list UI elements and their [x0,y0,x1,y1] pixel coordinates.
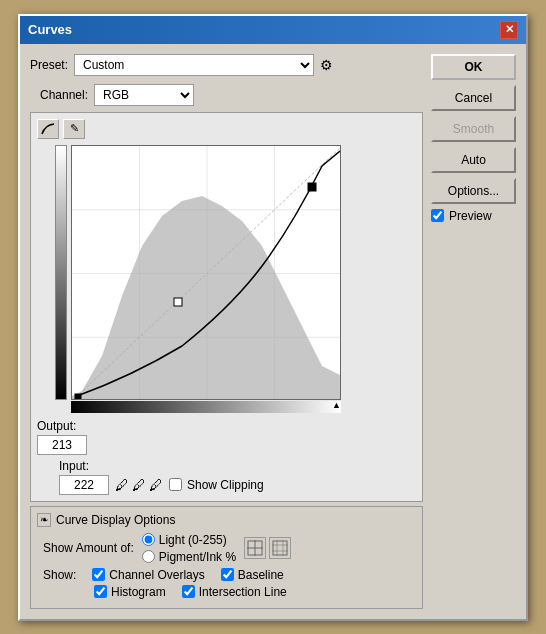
channel-label: Channel: [40,88,88,102]
white-point-eyedropper[interactable]: 🖊 [149,477,163,493]
black-point-eyedropper[interactable]: 🖊 [115,477,129,493]
curve-display-options: ❧ Curve Display Options Show Amount of: … [30,506,423,609]
grid-10x10-icon[interactable] [269,537,291,559]
gray-point-eyedropper[interactable]: 🖊 [132,477,146,493]
ok-button[interactable]: OK [431,54,516,80]
show-row-2: Histogram Intersection Line [43,585,416,599]
grid-svg [72,146,341,400]
curve-display-label: Curve Display Options [56,513,175,527]
baseline-label: Baseline [221,568,284,582]
show-clipping-label: Show Clipping [187,478,264,492]
histogram-label: Histogram [94,585,166,599]
preview-row: Preview [431,209,516,223]
options-button[interactable]: Options... [431,178,516,204]
output-value-input[interactable] [37,435,87,455]
show-clipping-row: Show Clipping [169,478,264,492]
histogram-checkbox[interactable] [94,585,107,598]
auto-button[interactable]: Auto [431,147,516,173]
light-radio[interactable] [142,533,155,546]
preset-label: Preset: [30,58,68,72]
right-panel: OK Cancel Smooth Auto Options... Preview [431,54,516,609]
cancel-button[interactable]: Cancel [431,85,516,111]
preset-select[interactable]: Custom Default Linear Contrast Medium Co… [74,54,314,76]
curves-dialog: Curves ✕ Preset: Custom Default Linear C… [18,14,528,621]
input-value-input[interactable] [59,475,109,495]
output-section: Output: [37,419,416,455]
radio-group: Light (0-255) Pigment/Ink % [142,533,236,564]
svg-rect-8 [308,183,316,191]
section-header: ❧ Curve Display Options [37,513,416,527]
intersection-line-text: Intersection Line [199,585,287,599]
channel-select[interactable]: RGB Red Green Blue [94,84,194,106]
baseline-checkbox[interactable] [221,568,234,581]
show-clipping-checkbox[interactable] [169,478,182,491]
channel-overlays-text: Channel Overlays [109,568,204,582]
pigment-radio[interactable] [142,550,155,563]
pencil-tool-button[interactable]: ✎ [63,119,85,139]
baseline-text: Baseline [238,568,284,582]
input-section: Input: 🖊 🖊 🖊 Show Clipping [59,459,416,495]
pigment-label: Pigment/Ink % [159,550,236,564]
channel-row: Channel: RGB Red Green Blue [40,84,423,106]
titlebar: Curves ✕ [20,16,526,44]
curve-tool-button[interactable] [37,119,59,139]
svg-rect-17 [273,541,287,555]
input-gradient-strip: ▲ [71,401,341,413]
show-label: Show: [43,568,76,582]
dialog-body: Preset: Custom Default Linear Contrast M… [20,44,526,619]
smooth-button[interactable]: Smooth [431,116,516,142]
output-gradient-strip [55,145,67,400]
channel-overlays-label: Channel Overlays [92,568,204,582]
strip-arrow: ▲ [332,400,341,410]
curve-tools: ✎ [37,119,416,139]
left-panel: Preset: Custom Default Linear Contrast M… [30,54,423,609]
presets-icon[interactable]: ⚙ [320,57,333,73]
output-input-row [37,435,416,455]
eyedropper-tools: 🖊 🖊 🖊 [115,477,163,493]
grid-4x4-icon[interactable] [244,537,266,559]
curve-graph-wrapper: ▲ [71,145,341,413]
curve-graph[interactable] [71,145,341,400]
grid-icons [244,537,291,559]
output-label: Output: [37,419,76,433]
light-radio-label: Light (0-255) [142,533,236,547]
input-label: Input: [59,459,89,473]
svg-rect-9 [75,394,81,400]
preview-label: Preview [449,209,492,223]
close-button[interactable]: ✕ [500,21,518,39]
pigment-radio-label: Pigment/Ink % [142,550,236,564]
show-amount-label: Show Amount of: [43,541,134,555]
collapse-button[interactable]: ❧ [37,513,51,527]
light-label: Light (0-255) [159,533,227,547]
show-amount-row: Show Amount of: Light (0-255) Pigment/In… [43,533,416,564]
show-row-1: Show: Channel Overlays Baseline [43,568,416,582]
channel-overlays-checkbox[interactable] [92,568,105,581]
histogram-text: Histogram [111,585,166,599]
svg-rect-7 [174,298,182,306]
intersection-line-checkbox[interactable] [182,585,195,598]
dialog-title: Curves [28,22,72,37]
preview-checkbox[interactable] [431,209,444,222]
preset-row: Preset: Custom Default Linear Contrast M… [30,54,423,76]
curves-area: ✎ [30,112,423,502]
intersection-line-label: Intersection Line [182,585,287,599]
input-row: 🖊 🖊 🖊 Show Clipping [59,475,416,495]
